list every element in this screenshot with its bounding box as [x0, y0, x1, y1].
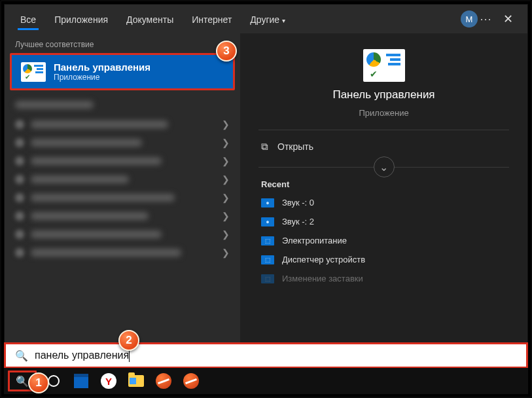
- blurred-result[interactable]: ❯: [15, 134, 230, 152]
- recent-item[interactable]: ⬚Диспетчер устройств: [258, 250, 509, 269]
- taskbar-calendar[interactable]: [71, 371, 92, 391]
- recent-item[interactable]: ⬚Электропитание: [258, 231, 509, 250]
- sound-icon: ●: [261, 217, 274, 226]
- preview-pane: ✔ Панель управления Приложение ⧉ Открыть…: [240, 33, 527, 354]
- blurred-result[interactable]: ❯: [15, 244, 230, 262]
- preview-subtitle: Приложение: [359, 108, 408, 118]
- best-match-title: Панель управления: [54, 62, 151, 73]
- best-match-result[interactable]: ✔ Панель управления Приложение 3: [10, 53, 235, 90]
- search-icon: 🔍: [16, 375, 29, 388]
- chevron-down-icon: ▾: [282, 17, 285, 24]
- user-avatar[interactable]: M: [461, 10, 478, 27]
- calendar-icon: [74, 374, 88, 388]
- taskbar-app-2[interactable]: [181, 371, 202, 391]
- best-match-text: Панель управления Приложение: [54, 62, 151, 82]
- blurred-result[interactable]: ❯: [15, 189, 230, 207]
- recent-item[interactable]: ●Звук -: 0: [258, 193, 509, 212]
- search-icon: 🔍: [15, 350, 28, 362]
- blurred-result[interactable]: ❯: [15, 170, 230, 189]
- sound-icon: ●: [261, 198, 274, 208]
- recent-item-label: Звук -: 2: [282, 217, 314, 226]
- tab-more[interactable]: Другие▾: [241, 8, 294, 30]
- taskbar-app-1[interactable]: [153, 371, 174, 391]
- recent-item-label: Диспетчер устройств: [282, 255, 365, 264]
- control-panel-icon: ✔: [363, 49, 405, 82]
- screensaver-icon: ⬚: [261, 274, 274, 283]
- recent-item[interactable]: ⬚Изменение заставки: [258, 269, 509, 288]
- device-manager-icon: ⬚: [261, 255, 274, 264]
- recent-item-label: Электропитание: [282, 236, 347, 245]
- open-icon: ⧉: [261, 141, 268, 153]
- tab-web[interactable]: Интернет: [183, 8, 241, 30]
- preview-header: ✔ Панель управления Приложение: [258, 49, 509, 130]
- taskbar: 🔍 1 Y: [4, 368, 528, 394]
- blurred-result[interactable]: ❯: [15, 115, 230, 134]
- annotation-marker-2: 2: [118, 330, 139, 351]
- power-icon: ⬚: [261, 236, 274, 245]
- chevron-right-icon: ❯: [222, 211, 230, 221]
- tab-all[interactable]: Все: [11, 8, 45, 30]
- chevron-right-icon: ❯: [222, 192, 230, 203]
- control-panel-icon: ✔: [21, 62, 46, 82]
- close-button[interactable]: ✕: [495, 6, 521, 32]
- yandex-icon: Y: [101, 373, 116, 389]
- results-column: Лучшее соответствие ✔ Панель управления …: [5, 33, 240, 354]
- folder-icon: [128, 375, 144, 387]
- taskbar-search-button[interactable]: 🔍 1: [8, 371, 37, 391]
- recent-item[interactable]: ●Звук -: 2: [258, 212, 509, 231]
- recent-item-label: Звук -: 0: [282, 198, 314, 208]
- chevron-right-icon: ❯: [222, 174, 230, 185]
- chevron-down-icon: ⌄: [380, 161, 388, 173]
- blurred-result[interactable]: ❯: [15, 152, 230, 170]
- tab-more-label: Другие: [250, 14, 279, 25]
- blurred-result[interactable]: ❯: [15, 225, 230, 244]
- search-content: Лучшее соответствие ✔ Панель управления …: [5, 33, 527, 354]
- app-icon: [183, 373, 199, 389]
- expand-button[interactable]: ⌄: [374, 156, 395, 177]
- blurred-result[interactable]: ❯: [15, 207, 230, 225]
- search-tabs: Все Приложения Документы Интернет Другие…: [5, 5, 527, 33]
- app-icon: [156, 373, 171, 389]
- best-match-subtitle: Приложение: [54, 73, 151, 82]
- chevron-right-icon: ❯: [222, 119, 230, 130]
- recent-label: Recent: [258, 175, 509, 193]
- chevron-right-icon: ❯: [222, 229, 230, 240]
- search-bar[interactable]: 🔍 панель управления 2: [4, 342, 528, 369]
- taskbar-explorer[interactable]: [126, 371, 147, 391]
- recent-item-label: Изменение заставки: [282, 274, 363, 283]
- chevron-right-icon: ❯: [222, 247, 230, 258]
- search-panel: Все Приложения Документы Интернет Другие…: [4, 4, 528, 355]
- taskbar-yandex[interactable]: Y: [98, 371, 119, 391]
- other-results: ❯ ❯ ❯ ❯ ❯ ❯ ❯ ❯: [5, 90, 240, 267]
- annotation-marker-3: 3: [216, 41, 237, 62]
- best-match-label: Лучшее соответствие: [5, 33, 240, 53]
- tab-documents[interactable]: Документы: [117, 8, 183, 30]
- chevron-right-icon: ❯: [222, 156, 230, 166]
- preview-title: Панель управления: [332, 88, 434, 101]
- tab-apps[interactable]: Приложения: [45, 8, 117, 30]
- chevron-right-icon: ❯: [222, 137, 230, 148]
- open-label: Открыть: [277, 141, 313, 152]
- cortana-icon: [48, 375, 60, 387]
- annotation-marker-1: 1: [28, 372, 49, 393]
- more-options-button[interactable]: ⋯: [478, 12, 495, 26]
